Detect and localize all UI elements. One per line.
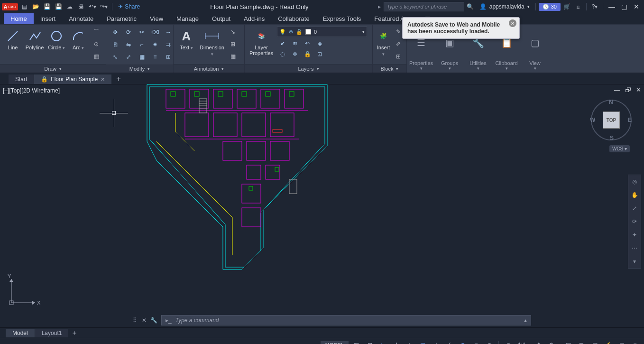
stretch-icon[interactable]: ⤡	[109, 51, 121, 63]
ribbon-tab-parametric[interactable]: Parametric	[100, 13, 143, 24]
explode-icon[interactable]: ✷	[149, 39, 161, 50]
viewport-close-icon[interactable]: ✕	[636, 86, 641, 93]
ribbon-tab-collaborate[interactable]: Collaborate	[271, 13, 316, 24]
viewport-label[interactable]: [–][Top][2D Wireframe]	[3, 87, 60, 94]
panel-modify-title[interactable]: Modify▾	[106, 65, 173, 73]
qat-open-icon[interactable]: 📂	[30, 1, 41, 12]
status-annotation-icon[interactable]: ✥	[534, 340, 544, 344]
ribbon-tab-home[interactable]: Home	[4, 13, 34, 24]
extend-icon[interactable]: ↔	[162, 27, 175, 38]
layer-lock2-icon[interactable]: 🔒	[302, 49, 313, 59]
line-button[interactable]: Line	[3, 27, 23, 50]
status-customize-icon[interactable]: ≡	[630, 340, 640, 344]
nav-wheel-icon[interactable]: ◎	[628, 175, 641, 188]
autodesk-app-store-icon[interactable]: 🛒	[561, 1, 572, 12]
status-3dosnap-icon[interactable]: ✦	[431, 340, 442, 344]
help-search-input[interactable]: Type a keyword or phrase	[384, 2, 464, 11]
copy-icon[interactable]: ⎘	[109, 39, 121, 50]
layout-tab-layout1[interactable]: Layout1	[35, 329, 69, 337]
status-ortho-icon[interactable]: ∟	[378, 340, 388, 344]
trial-timer[interactable]: 🕓 30	[539, 3, 561, 11]
rotate-icon[interactable]: ⟳	[122, 27, 135, 38]
qat-webmobile-icon[interactable]: ☁	[64, 1, 75, 12]
layout-tab-model[interactable]: Model	[6, 329, 35, 337]
mirror-icon[interactable]: ⇋	[122, 39, 135, 50]
layout-add-button[interactable]: ＋	[69, 329, 80, 337]
status-otrack-icon[interactable]: ∠	[444, 340, 455, 344]
array-icon[interactable]: ▦	[136, 51, 148, 63]
viewcube-west[interactable]: W	[590, 117, 595, 123]
minimize-button[interactable]: —	[606, 3, 617, 10]
status-monitor-icon[interactable]: ▣	[563, 340, 573, 344]
qat-redo-icon[interactable]: ↷▾	[99, 1, 109, 12]
status-isodraft-icon[interactable]: ◈	[405, 340, 415, 344]
panel-view-collapsed[interactable]: ▢ View▾	[521, 25, 549, 73]
layer-make-current-icon[interactable]: ✔	[277, 39, 288, 48]
align-icon[interactable]: ≡	[149, 51, 161, 63]
layer-match-icon[interactable]: ≋	[289, 39, 301, 48]
trim-icon[interactable]: ✂	[136, 27, 148, 38]
leader-icon[interactable]: ↘	[228, 27, 238, 37]
insert-button[interactable]: 🧩 Insert	[376, 27, 391, 57]
nav-zoom-extents-icon[interactable]: ⤢	[628, 202, 641, 215]
ribbon-tab-output[interactable]: Output	[205, 13, 237, 24]
status-transparency-icon[interactable]: ◐	[484, 340, 495, 344]
qat-saveas-icon[interactable]: 💾	[53, 1, 64, 12]
view-cube[interactable]: N S E W TOP	[590, 99, 633, 141]
status-cycling-icon[interactable]: ⟲	[503, 340, 513, 344]
file-tab-start[interactable]: Start	[9, 74, 34, 84]
search-icon[interactable]: 🔍	[465, 1, 476, 12]
status-polar-icon[interactable]: ✛	[391, 340, 402, 344]
panel-draw-title[interactable]: Draw▾	[0, 64, 106, 73]
ribbon-tab-addins[interactable]: Add-ins	[237, 13, 271, 24]
close-button[interactable]: ✕	[631, 3, 642, 10]
status-lineweight-icon[interactable]: ≡	[471, 340, 481, 344]
autodesk-account-icon[interactable]: ⩍	[573, 1, 583, 12]
viewcube-south[interactable]: S	[610, 135, 614, 141]
ribbon-tab-view[interactable]: View	[143, 13, 170, 24]
draw-extra3-icon[interactable]: ▦	[91, 51, 101, 62]
ribbon-tab-annotate[interactable]: Annotate	[62, 13, 100, 24]
cmd-customize-icon[interactable]: 🔧	[150, 317, 157, 324]
maximize-button[interactable]: ▢	[618, 3, 630, 10]
qat-new-icon[interactable]: ▤	[19, 1, 29, 12]
nav-pan-icon[interactable]: ✋	[628, 188, 641, 202]
panel-block-title[interactable]: Block▾	[373, 64, 406, 73]
panel-annotation-title[interactable]: Annotation▾	[174, 64, 244, 73]
status-annoscale[interactable]: 1:1 ▾	[516, 340, 531, 344]
modify-extra-icon[interactable]: ⊞	[162, 51, 175, 63]
balloon-close-icon[interactable]: ✕	[509, 19, 516, 27]
new-tab-button[interactable]: ＋	[112, 74, 125, 84]
status-osnap-icon[interactable]: ▢	[418, 340, 428, 344]
drawing-area[interactable]: [–][Top][2D Wireframe] — 🗗 ✕	[0, 84, 644, 313]
help-icon[interactable]: ?▾	[589, 1, 600, 12]
status-model-space[interactable]: MODEL	[321, 341, 349, 344]
share-button[interactable]: ✈ Share	[115, 3, 143, 10]
user-menu[interactable]: 👤 appsmalavida ▾	[477, 3, 533, 10]
nav-more-icon[interactable]: ⋯	[628, 242, 641, 255]
qat-plot-icon[interactable]: 🖶	[76, 1, 86, 12]
status-workspace-icon[interactable]: ⚙ ▾	[547, 340, 560, 344]
status-units-icon[interactable]: ⊡	[576, 340, 587, 344]
qat-undo-icon[interactable]: ↶▾	[87, 1, 98, 12]
command-input[interactable]: ▸_ Type a command ▴	[161, 315, 531, 325]
fillet-icon[interactable]: ⌐	[136, 39, 148, 50]
layer-freeze2-icon[interactable]: ❄	[289, 49, 301, 59]
nav-orbit-icon[interactable]: ⟳	[628, 215, 641, 228]
text-button[interactable]: A Text	[176, 27, 196, 51]
status-quickprops-icon[interactable]: ▤	[589, 340, 600, 344]
ribbon-tab-expresstools[interactable]: Express Tools	[316, 13, 368, 24]
panel-layers-title[interactable]: Layers▾	[245, 64, 372, 73]
ribbon-tab-insert[interactable]: Insert	[34, 13, 63, 24]
tab-close-icon[interactable]: ✕	[101, 76, 105, 83]
viewcube-north[interactable]: N	[609, 99, 613, 105]
status-dynamic-input-icon[interactable]: ⊕	[458, 340, 468, 344]
ribbon-tab-manage[interactable]: Manage	[170, 13, 205, 24]
draw-extra2-icon[interactable]: ⊙	[91, 39, 101, 49]
arc-button[interactable]: Arc	[68, 27, 88, 51]
status-cleanscreen-icon[interactable]: ▢	[616, 340, 627, 344]
viewport-minimize-icon[interactable]: —	[614, 86, 620, 93]
layer-previous-icon[interactable]: ↶	[302, 39, 313, 48]
move-icon[interactable]: ✥	[109, 27, 121, 38]
layer-properties-button[interactable]: 📚 Layer Properties	[248, 27, 275, 56]
